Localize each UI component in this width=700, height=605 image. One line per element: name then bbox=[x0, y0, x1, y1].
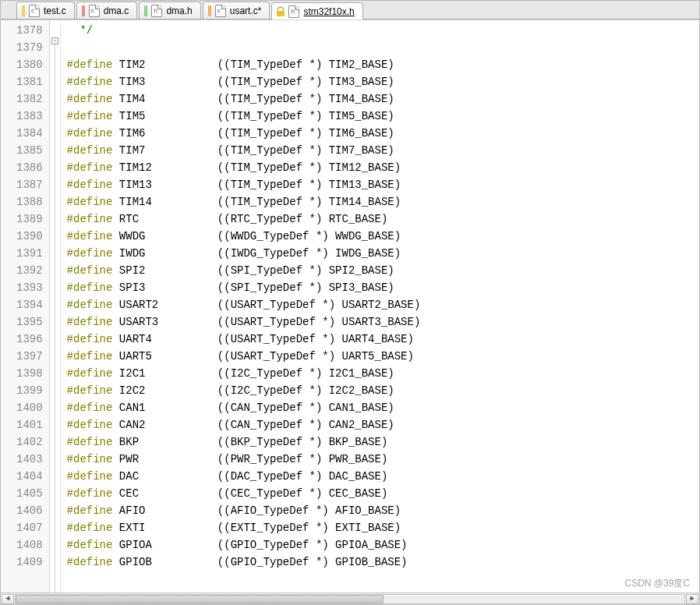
line-number: 1382 bbox=[16, 90, 43, 108]
line-number: 1408 bbox=[16, 536, 43, 554]
code-line: #define TIM4 ((TIM_TypeDef *) TIM4_BASE) bbox=[67, 90, 699, 108]
line-number: 1404 bbox=[16, 468, 43, 485]
line-number: 1406 bbox=[16, 502, 43, 519]
code-line: #define SPI3 ((SPI_TypeDef *) SPI3_BASE) bbox=[67, 279, 699, 296]
line-number: 1407 bbox=[16, 519, 43, 536]
tab-stm32f10x-h[interactable]: stm32f10x.h bbox=[271, 2, 362, 19]
code-line: #define BKP ((BKP_TypeDef *) BKP_BASE) bbox=[67, 433, 699, 451]
code-line: #define I2C1 ((I2C_TypeDef *) I2C1_BASE) bbox=[67, 365, 699, 382]
code-line: #define TIM14 ((TIM_TypeDef *) TIM14_BAS… bbox=[67, 193, 699, 211]
scroll-left-button[interactable]: ◄ bbox=[2, 594, 14, 604]
line-number: 1380 bbox=[16, 56, 43, 73]
code-line bbox=[67, 39, 699, 56]
line-number: 1390 bbox=[16, 228, 43, 245]
scroll-right-button[interactable]: ► bbox=[686, 594, 698, 604]
tab-accent bbox=[144, 5, 147, 16]
code-line: #define PWR ((PWR_TypeDef *) PWR_BASE) bbox=[67, 451, 699, 468]
tab-accent bbox=[22, 5, 25, 16]
line-number: 1394 bbox=[16, 296, 43, 313]
tab-label: stm32f10x.h bbox=[303, 6, 354, 17]
code-line: #define CEC ((CEC_TypeDef *) CEC_BASE) bbox=[67, 485, 699, 502]
code-line: #define RTC ((RTC_TypeDef *) RTC_BASE) bbox=[67, 211, 699, 228]
line-number: 1383 bbox=[16, 108, 43, 125]
line-number: 1384 bbox=[16, 125, 43, 142]
code-line: #define USART3 ((USART_TypeDef *) USART3… bbox=[67, 313, 699, 331]
line-number: 1401 bbox=[16, 416, 43, 433]
code-line: #define TIM12 ((TIM_TypeDef *) TIM12_BAS… bbox=[67, 159, 699, 176]
line-number: 1395 bbox=[16, 313, 43, 331]
tab-accent bbox=[82, 5, 85, 16]
line-number: 1398 bbox=[16, 365, 43, 382]
code-line: */ bbox=[67, 22, 699, 39]
tab-label: test.c bbox=[44, 5, 66, 16]
code-line: #define TIM2 ((TIM_TypeDef *) TIM2_BASE) bbox=[67, 56, 699, 73]
line-number: 1385 bbox=[16, 142, 43, 159]
fold-guideline bbox=[55, 41, 55, 593]
tab-test-c[interactable]: test.c bbox=[16, 2, 75, 19]
tab-bar: test.cdma.cdma.husart.c*stm32f10x.h bbox=[1, 1, 699, 19]
tab-accent bbox=[208, 5, 211, 16]
editor: 1378137913801381138213831384138513861387… bbox=[1, 19, 699, 593]
code-line: #define TIM6 ((TIM_TypeDef *) TIM6_BASE) bbox=[67, 125, 699, 142]
code-area[interactable]: */ #define TIM2 ((TIM_TypeDef *) TIM2_BA… bbox=[61, 20, 699, 593]
code-line: #define TIM5 ((TIM_TypeDef *) TIM5_BASE) bbox=[67, 108, 699, 125]
line-number: 1400 bbox=[16, 399, 43, 416]
line-number: 1392 bbox=[16, 262, 43, 279]
file-icon bbox=[29, 5, 40, 17]
line-number: 1379 bbox=[16, 39, 43, 56]
code-line: #define TIM13 ((TIM_TypeDef *) TIM13_BAS… bbox=[67, 176, 699, 193]
watermark: CSDN @39度C bbox=[624, 577, 690, 590]
lock-icon bbox=[277, 7, 285, 16]
line-number: 1388 bbox=[16, 193, 43, 211]
code-line: #define DAC ((DAC_TypeDef *) DAC_BASE) bbox=[67, 468, 699, 485]
line-number: 1396 bbox=[16, 331, 43, 348]
code-line: #define CAN1 ((CAN_TypeDef *) CAN1_BASE) bbox=[67, 399, 699, 416]
code-line: #define AFIO ((AFIO_TypeDef *) AFIO_BASE… bbox=[67, 502, 699, 519]
line-number: 1397 bbox=[16, 348, 43, 365]
line-number: 1387 bbox=[16, 176, 43, 193]
line-number: 1405 bbox=[16, 485, 43, 502]
scroll-thumb[interactable] bbox=[16, 595, 384, 603]
line-number: 1391 bbox=[16, 245, 43, 262]
line-number: 1403 bbox=[16, 451, 43, 468]
tab-label: dma.c bbox=[104, 5, 129, 16]
code-line: #define USART2 ((USART_TypeDef *) USART2… bbox=[67, 296, 699, 313]
code-line: #define IWDG ((IWDG_TypeDef *) IWDG_BASE… bbox=[67, 245, 699, 262]
line-number: 1378 bbox=[16, 22, 43, 39]
line-number-gutter: 1378137913801381138213831384138513861387… bbox=[1, 20, 50, 593]
code-line: #define EXTI ((EXTI_TypeDef *) EXTI_BASE… bbox=[67, 519, 699, 536]
tab-label: dma.h bbox=[166, 5, 192, 16]
file-icon bbox=[151, 5, 162, 17]
scroll-track[interactable] bbox=[15, 594, 685, 604]
tab-dma-h[interactable]: dma.h bbox=[139, 2, 200, 19]
line-number: 1402 bbox=[16, 433, 43, 451]
code-line: #define GPIOA ((GPIO_TypeDef *) GPIOA_BA… bbox=[67, 536, 699, 554]
file-icon bbox=[215, 5, 226, 17]
code-line: #define I2C2 ((I2C_TypeDef *) I2C2_BASE) bbox=[67, 382, 699, 399]
tab-usart-c-[interactable]: usart.c* bbox=[203, 2, 270, 19]
code-line: #define GPIOB ((GPIO_TypeDef *) GPIOB_BA… bbox=[67, 554, 699, 571]
file-icon bbox=[288, 5, 299, 18]
line-number: 1399 bbox=[16, 382, 43, 399]
code-line: #define TIM3 ((TIM_TypeDef *) TIM3_BASE) bbox=[67, 73, 699, 90]
file-icon bbox=[89, 5, 100, 17]
horizontal-scrollbar[interactable]: ◄ ► bbox=[1, 593, 699, 604]
code-line: #define CAN2 ((CAN_TypeDef *) CAN2_BASE) bbox=[67, 416, 699, 433]
code-line: #define WWDG ((WWDG_TypeDef *) WWDG_BASE… bbox=[67, 228, 699, 245]
line-number: 1393 bbox=[16, 279, 43, 296]
code-line: #define TIM7 ((TIM_TypeDef *) TIM7_BASE) bbox=[67, 142, 699, 159]
line-number: 1409 bbox=[16, 554, 43, 571]
code-line: #define SPI2 ((SPI_TypeDef *) SPI2_BASE) bbox=[67, 262, 699, 279]
tab-label: usart.c* bbox=[230, 5, 262, 16]
code-line: #define UART5 ((USART_TypeDef *) UART5_B… bbox=[67, 348, 699, 365]
code-line: #define UART4 ((USART_TypeDef *) UART4_B… bbox=[67, 331, 699, 348]
line-number: 1381 bbox=[16, 73, 43, 90]
line-number: 1389 bbox=[16, 211, 43, 228]
line-number: 1386 bbox=[16, 159, 43, 176]
fold-strip[interactable]: - bbox=[50, 20, 61, 593]
tab-dma-c[interactable]: dma.c bbox=[76, 2, 138, 19]
